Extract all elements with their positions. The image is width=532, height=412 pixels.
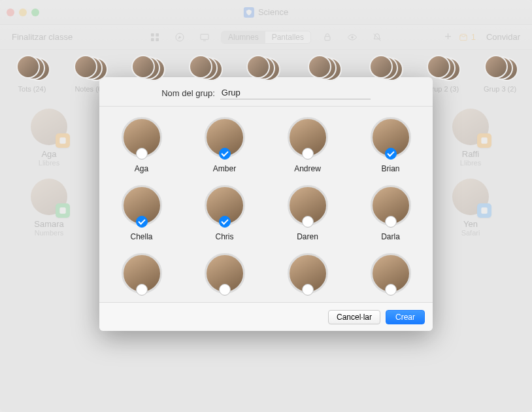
modal-student-item[interactable]: Chris — [189, 185, 260, 241]
modal-student-name: Daren — [297, 232, 318, 241]
student-select-checkbox[interactable] — [219, 284, 231, 296]
modal-student-avatar — [205, 117, 245, 158]
modal-student-item[interactable]: Amber — [189, 117, 260, 173]
modal-student-item[interactable] — [272, 253, 343, 300]
student-select-checkbox[interactable] — [385, 216, 397, 228]
modal-student-item[interactable] — [106, 253, 177, 300]
student-select-checkbox[interactable] — [136, 148, 148, 160]
modal-student-grid: Aga Amber Andrew Brian Chella Chris Dare… — [106, 117, 426, 300]
modal-body[interactable]: Aga Amber Andrew Brian Chella Chris Dare… — [99, 107, 433, 302]
modal-student-item[interactable]: Chella — [106, 185, 177, 241]
modal-student-item[interactable] — [355, 253, 426, 300]
student-select-checkbox[interactable] — [136, 284, 148, 296]
student-select-checkbox[interactable] — [219, 148, 231, 160]
student-select-checkbox[interactable] — [302, 284, 314, 296]
student-select-checkbox[interactable] — [302, 216, 314, 228]
modal-student-name: Chella — [130, 232, 152, 241]
modal-student-avatar — [371, 185, 411, 226]
student-select-checkbox[interactable] — [385, 148, 397, 160]
student-select-checkbox[interactable] — [385, 284, 397, 296]
student-select-checkbox[interactable] — [219, 216, 231, 228]
modal-student-avatar — [288, 253, 328, 294]
modal-student-item[interactable]: Aga — [106, 117, 177, 173]
modal-student-avatar — [371, 253, 411, 294]
student-select-checkbox[interactable] — [136, 216, 148, 228]
group-name-label: Nom del grup: — [161, 88, 215, 98]
modal-student-avatar — [122, 117, 162, 158]
modal-student-avatar — [205, 253, 245, 294]
modal-student-item[interactable]: Darla — [355, 185, 426, 241]
modal-student-avatar — [122, 253, 162, 294]
modal-student-name: Chris — [215, 232, 233, 241]
cancel-button[interactable]: Cancel·lar — [328, 310, 380, 324]
modal-student-item[interactable]: Brian — [355, 117, 426, 173]
modal-student-item[interactable]: Daren — [272, 185, 343, 241]
modal-student-item[interactable]: Andrew — [272, 117, 343, 173]
modal-student-name: Andrew — [294, 164, 321, 173]
modal-student-avatar — [122, 185, 162, 226]
modal-student-name: Darla — [381, 232, 400, 241]
modal-student-name: Amber — [213, 164, 236, 173]
modal-student-item[interactable] — [189, 253, 260, 300]
modal-student-avatar — [288, 185, 328, 226]
modal-footer: Cancel·lar Crear — [99, 302, 433, 331]
modal-student-avatar — [371, 117, 411, 158]
group-name-input[interactable] — [220, 86, 371, 99]
student-select-checkbox[interactable] — [302, 148, 314, 160]
modal-student-avatar — [205, 185, 245, 226]
modal-header: Nom del grup: — [99, 77, 433, 107]
modal-student-avatar — [288, 117, 328, 158]
create-group-modal: Nom del grup: Aga Amber Andrew Brian Che… — [99, 77, 433, 331]
modal-student-name: Brian — [381, 164, 399, 173]
modal-student-name: Aga — [135, 164, 148, 173]
create-button[interactable]: Crear — [386, 310, 425, 324]
